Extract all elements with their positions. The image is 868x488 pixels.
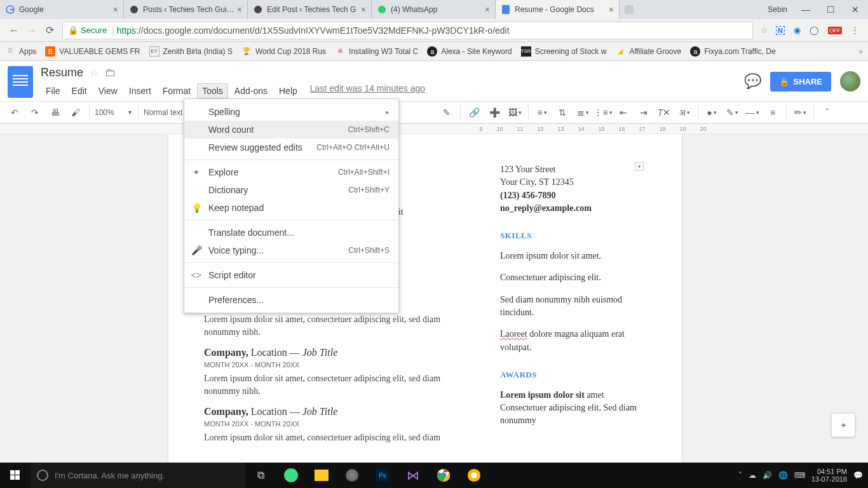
last-edit-status[interactable]: Last edit was 14 minutes ago xyxy=(310,83,425,98)
link-button[interactable]: 🔗 xyxy=(466,104,482,121)
image-button[interactable]: 🖼▾ xyxy=(506,104,523,121)
bookmark-item[interactable]: ◢Affiliate Groove xyxy=(615,46,681,57)
horizontal-ruler[interactable]: 9 10 11 12 13 14 15 16 17 18 19 20 xyxy=(0,124,868,134)
menu-voice-typing[interactable]: 🎤 Voice typing... Ctrl+Shift+S xyxy=(184,241,398,259)
explore-fab[interactable]: ✦ xyxy=(831,413,855,437)
taskbar-chrome-icon[interactable] xyxy=(428,463,459,488)
chrome-menu-icon[interactable]: ⋮ xyxy=(851,25,859,35)
border-dash-button[interactable]: ≡ xyxy=(764,104,781,121)
menu-preferences[interactable]: Preferences... xyxy=(184,291,398,309)
comment-button[interactable]: ➕ xyxy=(486,104,503,121)
clear-format-button[interactable]: T✕ xyxy=(656,104,672,121)
clock[interactable]: 04:51 PM 13-07-2018 xyxy=(811,468,847,483)
taskbar-app-icon[interactable] xyxy=(276,463,306,488)
tab-google[interactable]: Google × xyxy=(0,0,124,19)
extension-icon[interactable]: ◯ xyxy=(810,25,819,35)
menu-addons[interactable]: Add-ons xyxy=(229,83,273,98)
comments-icon[interactable]: 💬 xyxy=(744,73,761,90)
menu-dictionary[interactable]: Dictionary Ctrl+Shift+Y xyxy=(184,181,398,199)
close-icon[interactable]: × xyxy=(609,4,614,15)
border-button[interactable]: ✎▾ xyxy=(724,104,740,121)
hide-menus-button[interactable]: ˆ xyxy=(819,104,836,121)
apps-shortcut[interactable]: ⠿Apps xyxy=(5,46,36,57)
document-title[interactable]: Resume xyxy=(41,66,83,79)
extension-icon[interactable]: N xyxy=(776,26,785,35)
close-icon[interactable]: × xyxy=(113,4,118,15)
reload-button[interactable]: ⟳ xyxy=(41,22,58,39)
zoom-select[interactable]: 100%▼ xyxy=(95,108,133,117)
extension-icon[interactable]: OFF xyxy=(828,27,842,34)
menu-tools[interactable]: Tools xyxy=(197,83,228,98)
bookmark-item[interactable]: ETZenith Birla (India) S xyxy=(149,46,233,57)
taskbar-app-icon[interactable]: Ps xyxy=(367,463,398,488)
print-button[interactable]: 🖶 xyxy=(47,104,64,121)
editing-mode-button[interactable]: ✏▾ xyxy=(792,104,808,121)
tab-resume[interactable]: Resume - Google Docs × xyxy=(496,0,620,19)
input-tools-button[interactable]: अ▾ xyxy=(676,104,693,121)
menu-review-suggested-edits[interactable]: Review suggested edits Ctrl+Alt+O Ctrl+A… xyxy=(184,139,398,156)
menu-spelling[interactable]: Spelling ▸ xyxy=(184,103,398,121)
undo-button[interactable]: ↶ xyxy=(6,104,23,121)
minimize-button[interactable]: — xyxy=(799,4,813,15)
bookmark-item[interactable]: aAlexa - Site Keyword xyxy=(427,46,512,57)
maximize-button[interactable]: ☐ xyxy=(824,4,837,15)
bookmark-item[interactable]: 🏆World Cup 2018 Rus xyxy=(241,46,326,57)
keyboard-icon[interactable]: ⌨ xyxy=(794,471,805,480)
tray-overflow-icon[interactable]: ˄ xyxy=(738,471,742,480)
menu-insert[interactable]: Insert xyxy=(124,83,156,98)
menu-script-editor[interactable]: <> Script editor xyxy=(184,266,398,284)
menu-explore[interactable]: ✦ Explore Ctrl+Alt+Shift+I xyxy=(184,163,398,181)
document-canvas[interactable]: ▾ 123 Your Street Your City, ST 12345 (1… xyxy=(0,134,868,473)
task-view-button[interactable]: ⧉ xyxy=(245,463,276,488)
highlight-button[interactable]: ✎ xyxy=(438,104,455,121)
omnibox[interactable]: 🔒 Secure | https://docs.google.com/docum… xyxy=(62,22,753,39)
line-spacing-button[interactable]: ⇅ xyxy=(554,104,571,121)
close-icon[interactable]: × xyxy=(237,4,242,15)
menu-help[interactable]: Help xyxy=(274,83,302,98)
outdent-button[interactable]: ⇤ xyxy=(615,104,632,121)
bookmark-item[interactable]: aFixya.com Traffic, De xyxy=(690,46,775,57)
network-icon[interactable]: 🌐 xyxy=(778,471,788,480)
numbered-list-button[interactable]: ≣▾ xyxy=(574,104,591,121)
tab-edit-post[interactable]: Edit Post ‹ Techies Tech G × xyxy=(248,0,372,19)
chrome-profile-name[interactable]: Sebin xyxy=(768,5,787,14)
paint-format-button[interactable]: 🖌 xyxy=(67,104,84,121)
share-button[interactable]: 🔒 SHARE xyxy=(770,72,831,92)
menu-keep-notepad[interactable]: 💡 Keep notepad xyxy=(184,199,398,217)
menu-edit[interactable]: Edit xyxy=(67,83,92,98)
star-bookmark-icon[interactable]: ☆ xyxy=(761,25,768,35)
close-icon[interactable]: × xyxy=(485,4,490,15)
volume-icon[interactable]: 🔊 xyxy=(763,471,772,480)
docs-logo-icon[interactable] xyxy=(8,66,33,98)
folder-icon[interactable]: 🗀 xyxy=(105,66,116,79)
bookmark-item[interactable]: BVALUEABLE GEMS FR xyxy=(45,46,140,57)
taskbar-app-icon[interactable] xyxy=(306,463,337,488)
bulleted-list-button[interactable]: ⋮≡▾ xyxy=(595,104,611,121)
back-button[interactable]: ← xyxy=(5,22,23,39)
star-icon[interactable]: ☆ xyxy=(90,67,98,79)
close-window-button[interactable]: ✕ xyxy=(849,4,862,15)
menu-translate[interactable]: Translate document... xyxy=(184,224,398,241)
onedrive-icon[interactable]: ☁ xyxy=(749,471,756,480)
taskbar-app-icon[interactable]: ⋈ xyxy=(398,463,428,488)
tab-posts[interactable]: Posts ‹ Techies Tech Guide × xyxy=(124,0,248,19)
cortana-search[interactable]: I'm Cortana. Ask me anything. xyxy=(31,463,245,488)
taskbar-app-icon[interactable] xyxy=(337,463,367,488)
menu-format[interactable]: Format xyxy=(158,83,196,98)
extension-icon[interactable]: ◉ xyxy=(794,25,801,35)
menu-view[interactable]: View xyxy=(93,83,123,98)
bookmarks-overflow[interactable]: » xyxy=(858,47,863,56)
bookmark-item[interactable]: TSRScreening of Stock w xyxy=(521,46,607,57)
taskbar-chrome-canary-icon[interactable] xyxy=(459,463,489,488)
start-button[interactable] xyxy=(0,463,31,488)
tab-whatsapp[interactable]: (4) WhatsApp × xyxy=(372,0,496,19)
account-avatar[interactable] xyxy=(840,71,860,92)
close-icon[interactable]: × xyxy=(361,4,366,15)
forward-button[interactable]: → xyxy=(23,22,41,39)
menu-word-count[interactable]: Word count Ctrl+Shift+C xyxy=(184,121,398,139)
border-weight-button[interactable]: —▾ xyxy=(744,104,761,121)
align-button[interactable]: ≡▾ xyxy=(534,104,550,121)
menu-file[interactable]: File xyxy=(41,83,65,98)
action-center-icon[interactable]: 💬 xyxy=(853,471,863,480)
redo-button[interactable]: ↷ xyxy=(27,104,43,121)
